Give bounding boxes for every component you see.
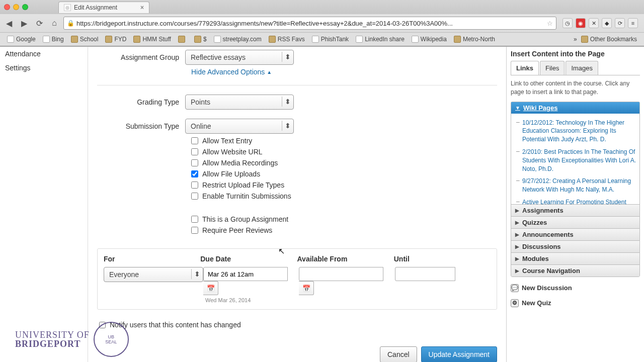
extension-icon[interactable]: ✕ <box>589 18 599 28</box>
nav-item-attendance[interactable]: Attendance <box>0 47 88 61</box>
extension-icon[interactable]: ⟳ <box>615 18 625 28</box>
reload-button[interactable]: ⟳ <box>33 17 45 29</box>
notify-users-checkbox[interactable] <box>99 322 106 328</box>
for-select[interactable]: Everyone <box>104 267 203 282</box>
assignment-group-select[interactable]: Reflective essays <box>185 50 294 65</box>
close-window-icon[interactable] <box>4 4 10 10</box>
triangle-down-icon: ▼ <box>515 105 520 111</box>
grading-type-select[interactable]: Points <box>185 95 294 110</box>
allow-website-url-checkbox[interactable] <box>191 148 198 155</box>
assignment-group-label: Assignment Group <box>97 53 185 61</box>
allow-text-entry-checkbox[interactable] <box>191 137 198 144</box>
available-from-input[interactable] <box>299 267 383 281</box>
accordion-quizzes[interactable]: ▶Quizzes <box>511 217 639 228</box>
zoom-window-icon[interactable] <box>22 4 28 10</box>
forward-button[interactable]: ▶ <box>18 17 30 29</box>
browser-tab[interactable]: ◎ Edit Assignment × <box>58 2 149 13</box>
menu-icon[interactable]: ≡ <box>628 18 638 28</box>
allow-media-recordings-checkbox[interactable] <box>191 159 198 166</box>
until-header: Until <box>394 255 491 263</box>
bookmark-item[interactable]: streetplay.com <box>211 35 265 44</box>
wiki-page-link[interactable]: 9/27/2012: Creating A Personal Learning … <box>511 175 639 196</box>
assignment-form: Assignment Group Reflective essays Hide … <box>88 47 506 362</box>
bookmark-star-icon[interactable]: ☆ <box>547 20 553 27</box>
submission-type-label: Submission Type <box>97 122 185 130</box>
update-assignment-button[interactable]: Update Assignment <box>421 346 497 362</box>
accordion-assignments[interactable]: ▶Assignments <box>511 205 639 216</box>
bookmark-item[interactable]: PhishTank <box>309 35 352 44</box>
bookmark-item[interactable]: Bing <box>40 35 67 44</box>
bookmark-item[interactable]: $ <box>191 35 210 44</box>
triangle-right-icon: ▶ <box>515 220 519 225</box>
accordion-discussions[interactable]: ▶Discussions <box>511 241 639 252</box>
accordion-modules[interactable]: ▶Modules <box>511 253 639 264</box>
lock-icon: 🔒 <box>67 20 74 27</box>
calendar-icon[interactable]: 📅 <box>299 281 314 295</box>
restrict-file-types-label: Restrict Upload File Types <box>202 181 284 189</box>
extension-icon[interactable]: ◷ <box>562 18 573 28</box>
extension-icon[interactable]: ◉ <box>576 18 586 28</box>
bookmark-item[interactable]: Metro-North <box>451 35 498 44</box>
cancel-button[interactable]: Cancel <box>380 346 417 362</box>
favicon-icon <box>412 36 419 43</box>
bookmark-item[interactable]: Google <box>4 35 39 44</box>
wiki-page-link[interactable]: Active Learning For Promoting Student <box>511 196 639 204</box>
tab-files[interactable]: Files <box>540 61 565 75</box>
new-discussion-link[interactable]: 💬New Discussion <box>511 284 640 292</box>
tab-close-icon[interactable]: × <box>140 4 144 11</box>
allow-text-entry-label: Allow Text Entry <box>202 137 252 145</box>
restrict-file-types-checkbox[interactable] <box>191 182 198 189</box>
hide-advanced-link[interactable]: Hide Advanced Options ▲ <box>191 68 272 76</box>
new-quiz-link[interactable]: ⚙New Quiz <box>511 299 640 307</box>
group-assignment-checkbox[interactable] <box>191 216 198 223</box>
enable-turnitin-checkbox[interactable] <box>191 193 198 200</box>
bookmarks-bar: Google Bing School FYD HMM Stuff $ stree… <box>0 32 644 46</box>
panel-help-text: Link to other content in the course. Cli… <box>511 79 640 97</box>
url-text: https://bridgeport.instructure.com/cours… <box>76 20 453 27</box>
for-header: For <box>104 255 200 263</box>
bookmark-item[interactable]: RSS Favs <box>266 35 308 44</box>
quiz-icon: ⚙ <box>511 299 519 307</box>
nav-item-settings[interactable]: Settings <box>0 61 88 75</box>
extension-icon[interactable]: ◆ <box>602 18 612 28</box>
due-date-input[interactable] <box>203 267 288 281</box>
triangle-right-icon: ▶ <box>515 232 519 237</box>
until-input[interactable] <box>395 267 455 281</box>
due-date-header: Due Date <box>200 255 297 263</box>
triangle-up-icon: ▲ <box>267 69 272 75</box>
extension-icons: ◷ ◉ ✕ ◆ ⟳ ≡ <box>559 18 641 28</box>
url-bar[interactable]: 🔒 https://bridgeport.instructure.com/cou… <box>63 17 556 30</box>
bookmark-item[interactable]: FYD <box>102 35 129 44</box>
accordion-announcements[interactable]: ▶Announcements <box>511 229 639 240</box>
grading-type-label: Grading Type <box>97 98 185 106</box>
calendar-icon[interactable]: 📅 <box>203 281 218 295</box>
tab-links[interactable]: Links <box>511 61 539 75</box>
favicon-icon: ◎ <box>64 4 71 11</box>
bookmarks-overflow-icon[interactable]: » <box>574 36 577 43</box>
wiki-page-link[interactable]: 2/2010: Best Practices In The Teaching O… <box>511 146 639 175</box>
triangle-right-icon: ▶ <box>515 208 519 213</box>
favicon-icon <box>356 36 363 43</box>
allow-file-uploads-checkbox[interactable] <box>191 170 198 177</box>
submission-type-select[interactable]: Online <box>185 119 294 134</box>
content-accordion: ▼Wiki Pages 10/12/2012: Technology In Th… <box>511 102 640 277</box>
wiki-page-link[interactable]: 10/12/2012: Technology In The Higher Edu… <box>511 117 639 146</box>
bookmark-item[interactable]: HMM Stuff <box>130 35 174 44</box>
home-button[interactable]: ⌂ <box>48 17 60 29</box>
folder-icon <box>133 36 140 43</box>
accordion-wiki-pages[interactable]: ▼Wiki Pages <box>511 102 639 114</box>
tab-images[interactable]: Images <box>566 61 598 75</box>
back-button[interactable]: ◀ <box>3 17 15 29</box>
peer-reviews-checkbox[interactable] <box>191 227 198 234</box>
accordion-course-navigation[interactable]: ▶Course Navigation <box>511 265 639 277</box>
bookmark-item[interactable]: LinkedIn share <box>353 35 408 44</box>
bookmark-item[interactable]: School <box>68 35 102 44</box>
minimize-window-icon[interactable] <box>13 4 19 10</box>
tab-title: Edit Assignment <box>74 4 117 11</box>
available-from-header: Available From <box>297 255 394 263</box>
browser-toolbar: ◀ ▶ ⟳ ⌂ 🔒 https://bridgeport.instructure… <box>0 14 644 32</box>
triangle-right-icon: ▶ <box>515 256 519 261</box>
bookmark-item[interactable] <box>175 35 190 44</box>
other-bookmarks[interactable]: Other Bookmarks <box>578 35 640 44</box>
bookmark-item[interactable]: Wikipedia <box>409 35 450 44</box>
